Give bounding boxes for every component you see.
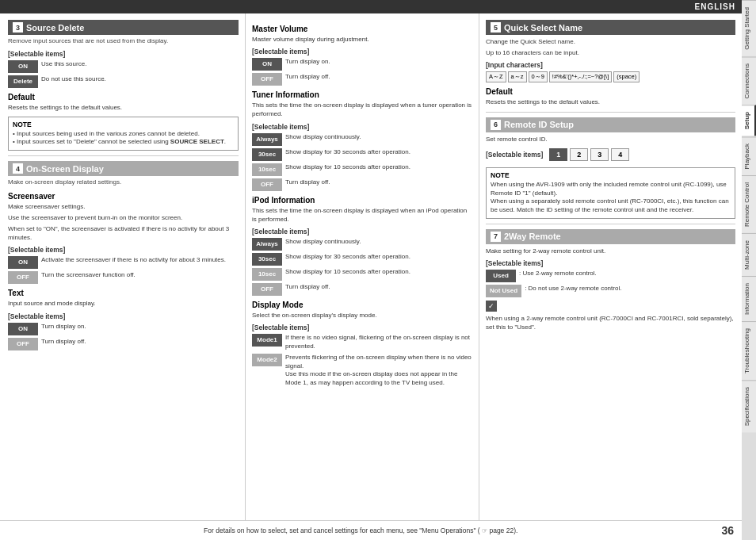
section7-note: When using a 2-way remote control unit (… xyxy=(486,314,735,331)
col-left: 3 Source Delete Remove input sources tha… xyxy=(0,13,246,520)
ipod-30sec-badge: 30sec xyxy=(252,253,282,266)
section3-desc: Remove input sources that are not used f… xyxy=(8,37,239,45)
list-item: OFF Turn display off. xyxy=(8,338,239,350)
footer-text-left: For details on how to select, set and ca… xyxy=(204,527,480,534)
tuner-30sec-text: Show display for 30 seconds after operat… xyxy=(285,148,410,157)
mv-on-badge: ON xyxy=(252,58,282,71)
tab-information[interactable]: Information xyxy=(742,276,756,321)
screensaver-selectable: [Selectable items] xyxy=(8,246,239,254)
screensaver-desc3: When set to "ON", the screensaver is act… xyxy=(8,224,239,242)
on-badge: ON xyxy=(8,60,38,73)
id-btn-4[interactable]: 4 xyxy=(611,148,629,161)
input-chars-label: [Input characters] xyxy=(486,61,735,69)
list-item: Delete Do not use this source. xyxy=(8,75,239,88)
note-title: NOTE xyxy=(13,121,234,128)
page-number: 36 xyxy=(721,524,734,537)
page-ref-icon: ☞ xyxy=(482,527,487,534)
section5-header: 5 Quick Select Name xyxy=(486,20,735,35)
text-off-badge: OFF xyxy=(8,338,38,350)
master-volume-title: Master Volume xyxy=(252,25,472,33)
ipod-always-text: Show display continuously. xyxy=(285,238,361,247)
tab-playback[interactable]: Playback xyxy=(742,136,756,175)
char-badge: 0～9 xyxy=(529,71,548,82)
tab-multi-zone[interactable]: Multi-zone xyxy=(742,233,756,276)
ipod-10sec-text: Show display for 10 seconds after operat… xyxy=(285,268,410,277)
section4-header: 4 On-Screen Display xyxy=(8,161,239,176)
list-item: ON Activate the screensaver if there is … xyxy=(8,256,239,269)
col-middle: Master Volume Master volume display duri… xyxy=(246,13,479,520)
mode2-badge: Mode2 xyxy=(252,354,282,366)
section6-header: 6 Remote ID Setup xyxy=(486,117,735,132)
tab-remote-control[interactable]: Remote Control xyxy=(742,175,756,233)
section3-header: 3 Source Delete xyxy=(8,20,239,35)
mode2-text: Prevents flickering of the on-screen dis… xyxy=(285,354,472,388)
ipod-off-text: Turn display off. xyxy=(285,283,330,292)
id-btn-3[interactable]: 3 xyxy=(590,148,609,161)
list-item: OFF Turn display off. xyxy=(252,283,472,296)
master-volume-desc: Master volume display during adjustment. xyxy=(252,35,472,44)
char-badge: !#%&'()*+,-./:;=~?@[\] xyxy=(549,71,612,82)
screensaver-on-badge: ON xyxy=(8,256,38,269)
section5-default-title: Default xyxy=(486,87,735,96)
tuner-off-badge: OFF xyxy=(252,178,282,191)
section6-note-text: When using the AVR-1909 with only the in… xyxy=(491,181,731,215)
remote-id-btns: 1 2 3 4 xyxy=(549,148,629,161)
checkmark-icon: ✓ xyxy=(486,301,497,312)
char-badge: (space) xyxy=(613,71,640,82)
list-item: OFF Turn display off. xyxy=(252,73,472,86)
screensaver-on-text: Activate the screensaver if there is no … xyxy=(41,256,226,265)
input-chars-area: A～Z a～z 0～9 !#%&'()*+,-./:;=~?@[\] (spac… xyxy=(486,71,735,82)
list-item: Always Show display continuously. xyxy=(252,238,472,251)
tab-getting-started[interactable]: Getting Started xyxy=(742,0,756,56)
tuner-title: Tuner Information xyxy=(252,90,472,99)
master-volume-selectable: [Selectable items] xyxy=(252,48,472,56)
id-btn-2[interactable]: 2 xyxy=(570,148,588,161)
list-item: OFF Turn the screensaver function off. xyxy=(8,271,239,284)
list-item: 30sec Show display for 30 seconds after … xyxy=(252,148,472,161)
display-mode-title: Display Mode xyxy=(252,301,472,309)
tuner-off-text: Turn display off. xyxy=(285,178,330,187)
list-item: Mode2 Prevents flickering of the on-scre… xyxy=(252,354,472,388)
tab-setup[interactable]: Setup xyxy=(742,105,756,136)
list-item: 10sec Show display for 10 seconds after … xyxy=(252,268,472,281)
list-item: Always Show display continuously. xyxy=(252,133,472,146)
section7-title: 2Way Remote xyxy=(504,232,561,241)
tab-connections[interactable]: Connections xyxy=(742,56,756,105)
section7-header: 7 2Way Remote xyxy=(486,229,735,244)
list-item: ON Turn display on. xyxy=(252,58,472,71)
mode1-badge: Mode1 xyxy=(252,334,282,347)
ipod-10sec-badge: 10sec xyxy=(252,268,282,281)
used-text: : Use 2-way remote control. xyxy=(519,270,597,278)
list-item: Used : Use 2-way remote control. xyxy=(486,270,735,282)
section6-note: NOTE When using the AVR-1909 with only t… xyxy=(486,167,735,219)
section6-selectable: [Selectable items] xyxy=(486,151,543,159)
delete-badge: Delete xyxy=(8,75,38,88)
screensaver-off-text: Turn the screensaver function off. xyxy=(41,271,136,280)
section4-title: On-Screen Display xyxy=(26,164,104,174)
text-desc: Input source and mode display. xyxy=(8,299,239,308)
char-badge: a～z xyxy=(508,71,527,82)
ipod-selectable: [Selectable items] xyxy=(252,228,472,236)
tuner-always-text: Show display continuously. xyxy=(285,133,361,142)
language-label: ENGLISH xyxy=(695,2,735,11)
section4-desc: Make on-screen display related settings. xyxy=(8,178,239,186)
text-on-badge: ON xyxy=(8,323,38,335)
text-selectable: [Selectable items] xyxy=(8,312,239,320)
section3-num: 3 xyxy=(13,22,23,33)
section7-selectable: [Selectable items] xyxy=(486,259,735,267)
tuner-10sec-text: Show display for 10 seconds after operat… xyxy=(285,163,410,172)
screensaver-title: Screensaver xyxy=(8,192,239,201)
screensaver-desc1: Make screensaver settings. xyxy=(8,202,239,211)
section7-desc: Make setting for 2-way remote control un… xyxy=(486,247,735,255)
section5-num: 5 xyxy=(491,22,501,33)
section3-note: NOTE • Input sources being used in the v… xyxy=(8,117,239,151)
id-btn-1[interactable]: 1 xyxy=(549,148,567,161)
mv-off-text: Turn display off. xyxy=(285,73,330,82)
section3-default-desc: Resets the settings to the default value… xyxy=(8,103,239,112)
display-mode-selectable: [Selectable items] xyxy=(252,324,472,331)
divider xyxy=(486,112,735,113)
mv-on-text: Turn display on. xyxy=(285,58,330,67)
tab-specifications[interactable]: Specifications xyxy=(742,380,756,432)
tab-troubleshooting[interactable]: Troubleshooting xyxy=(742,321,756,380)
ipod-off-badge: OFF xyxy=(252,283,282,296)
